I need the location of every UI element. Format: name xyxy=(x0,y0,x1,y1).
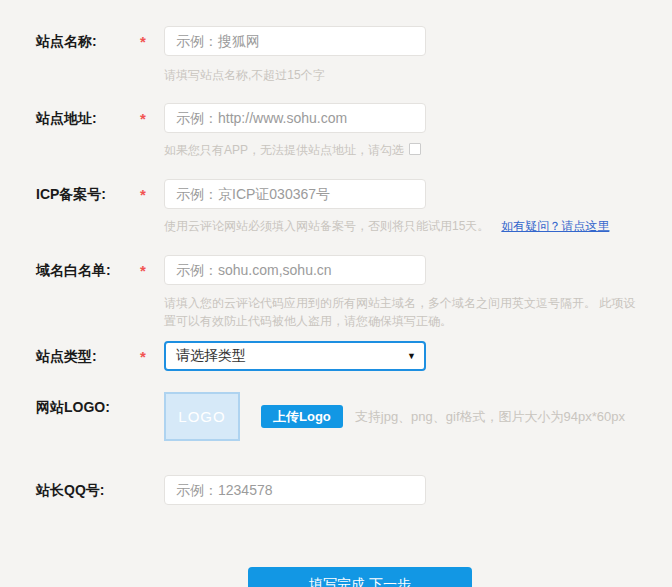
icp-question-link[interactable]: 如有疑问？请点这里 xyxy=(501,219,609,233)
webmaster-qq-label: 站长QQ号: xyxy=(0,475,136,505)
required-asterisk: * xyxy=(136,26,164,58)
icp-number-field: 使用云评论网站必须填入网站备案号，否则将只能试用15天。如有疑问？请点这里 xyxy=(164,179,636,235)
form-row-domain-whitelist: 域名白名单: * 请填入您的云评论代码应用到的所有网站主域名，多个域名之间用英文… xyxy=(0,255,672,330)
site-type-label: 站点类型: xyxy=(0,341,136,371)
site-address-input[interactable] xyxy=(164,103,426,133)
domain-whitelist-input[interactable] xyxy=(164,255,426,285)
site-name-field: 请填写站点名称,不超过15个字 xyxy=(164,26,636,84)
form-row-website-logo: 网站LOGO: LOGO 上传Logo 支持jpg、png、gif格式，图片大小… xyxy=(0,392,672,441)
logo-placeholder-text: LOGO xyxy=(178,408,225,425)
form-row-site-name: 站点名称: * 请填写站点名称,不超过15个字 xyxy=(0,26,672,84)
icp-number-help: 使用云评论网站必须填入网站备案号，否则将只能试用15天。如有疑问？请点这里 xyxy=(164,217,636,235)
dropdown-arrow-icon: ▼ xyxy=(407,351,416,361)
webmaster-qq-field xyxy=(164,475,636,505)
site-address-help: 如果您只有APP，无法提供站点地址，请勾选 xyxy=(164,141,636,159)
required-asterisk: * xyxy=(136,255,164,287)
site-name-label: 站点名称: xyxy=(0,26,136,56)
site-settings-form: 站点名称: * 请填写站点名称,不超过15个字 站点地址: * 如果您只有APP… xyxy=(0,0,672,587)
icp-number-label: ICP备案号: xyxy=(0,179,136,209)
website-logo-field: LOGO 上传Logo 支持jpg、png、gif格式，图片大小为94px*60… xyxy=(164,392,636,441)
submit-next-button[interactable]: 填写完成,下一步 xyxy=(248,567,472,587)
logo-format-note: 支持jpg、png、gif格式，图片大小为94px*60px xyxy=(355,408,625,426)
form-row-site-type: 站点类型: * 请选择类型 ▼ xyxy=(0,341,672,373)
required-asterisk: * xyxy=(136,103,164,135)
domain-whitelist-label: 域名白名单: xyxy=(0,255,136,285)
icp-number-input[interactable] xyxy=(164,179,426,209)
site-type-field: 请选择类型 ▼ xyxy=(164,341,636,371)
domain-whitelist-field: 请填入您的云评论代码应用到的所有网站主域名，多个域名之间用英文逗号隔开。 此项设… xyxy=(164,255,636,330)
upload-logo-button[interactable]: 上传Logo xyxy=(261,405,343,428)
domain-whitelist-help: 请填入您的云评论代码应用到的所有网站主域名，多个域名之间用英文逗号隔开。 此项设… xyxy=(164,294,636,330)
required-asterisk: * xyxy=(136,179,164,211)
webmaster-qq-input[interactable] xyxy=(164,475,426,505)
website-logo-label: 网站LOGO: xyxy=(0,392,136,422)
site-address-help-text: 如果您只有APP，无法提供站点地址，请勾选 xyxy=(164,143,404,157)
site-address-field: 如果您只有APP，无法提供站点地址，请勾选 xyxy=(164,103,636,159)
required-asterisk: * xyxy=(136,341,164,373)
icp-number-help-text: 使用云评论网站必须填入网站备案号，否则将只能试用15天。 xyxy=(164,219,489,233)
form-row-icp-number: ICP备案号: * 使用云评论网站必须填入网站备案号，否则将只能试用15天。如有… xyxy=(0,179,672,235)
app-only-checkbox[interactable] xyxy=(409,143,421,155)
site-type-selected-value: 请选择类型 xyxy=(166,347,246,365)
site-name-input[interactable] xyxy=(164,26,426,56)
form-row-webmaster-qq: 站长QQ号: xyxy=(0,475,672,505)
site-name-help: 请填写站点名称,不超过15个字 xyxy=(164,66,636,84)
site-address-label: 站点地址: xyxy=(0,103,136,133)
form-row-site-address: 站点地址: * 如果您只有APP，无法提供站点地址，请勾选 xyxy=(0,103,672,159)
logo-preview-box: LOGO xyxy=(164,392,240,441)
site-type-select[interactable]: 请选择类型 ▼ xyxy=(164,341,426,371)
